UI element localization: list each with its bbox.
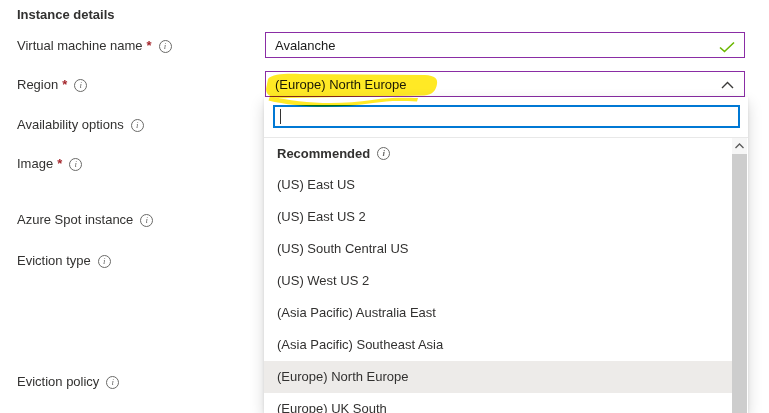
checkmark-icon <box>719 41 735 53</box>
info-icon[interactable]: i <box>131 119 144 132</box>
section-title: Instance details <box>17 7 115 22</box>
scrollbar-thumb[interactable] <box>732 154 747 413</box>
chevron-up-icon <box>721 81 734 89</box>
scrollbar[interactable] <box>732 138 747 413</box>
label-text: Availability options <box>17 117 124 133</box>
field-label-image: Image * i <box>17 156 82 172</box>
region-option-east-us[interactable]: (US) East US <box>264 169 733 201</box>
field-label-eviction-type: Eviction type i <box>17 253 111 269</box>
scroll-up-arrow-icon[interactable] <box>732 138 747 153</box>
info-icon[interactable]: i <box>69 158 82 171</box>
label-text: Region <box>17 77 58 93</box>
region-option-southeast-asia[interactable]: (Asia Pacific) Southeast Asia <box>264 329 733 361</box>
region-option-east-us-2[interactable]: (US) East US 2 <box>264 201 733 233</box>
region-search-input[interactable] <box>275 107 738 126</box>
required-marker: * <box>57 156 62 172</box>
text-caret <box>280 109 281 124</box>
field-label-azure-spot-instance: Azure Spot instance i <box>17 212 153 228</box>
region-option-west-us-2[interactable]: (US) West US 2 <box>264 265 733 297</box>
region-selected-value: (Europe) North Europe <box>275 77 407 92</box>
info-icon[interactable]: i <box>159 40 172 53</box>
required-marker: * <box>62 77 67 93</box>
region-option-south-central-us[interactable]: (US) South Central US <box>264 233 733 265</box>
label-text: Eviction policy <box>17 374 99 390</box>
region-search-field[interactable] <box>273 105 740 128</box>
info-icon[interactable]: i <box>140 214 153 227</box>
field-label-vm-name: Virtual machine name * i <box>17 38 172 54</box>
vm-name-input[interactable]: Avalanche <box>265 32 745 58</box>
field-label-eviction-policy: Eviction policy i <box>17 374 119 390</box>
required-marker: * <box>147 38 152 54</box>
vm-name-value: Avalanche <box>275 38 335 53</box>
region-option-australia-east[interactable]: (Asia Pacific) Australia East <box>264 297 733 329</box>
field-label-availability-options: Availability options i <box>17 117 144 133</box>
label-text: Image <box>17 156 53 172</box>
region-dropdown-panel: Recommended i (US) East US (US) East US … <box>264 97 748 413</box>
group-header-recommended: Recommended i <box>264 137 733 169</box>
label-text: Eviction type <box>17 253 91 269</box>
region-option-north-europe[interactable]: (Europe) North Europe <box>264 361 733 393</box>
region-option-uk-south[interactable]: (Europe) UK South <box>264 393 733 413</box>
region-dropdown[interactable]: (Europe) North Europe <box>265 71 745 97</box>
field-label-region: Region * i <box>17 77 87 93</box>
info-icon[interactable]: i <box>74 79 87 92</box>
info-icon[interactable]: i <box>106 376 119 389</box>
label-text: Virtual machine name <box>17 38 143 54</box>
label-text: Azure Spot instance <box>17 212 133 228</box>
info-icon[interactable]: i <box>377 147 390 160</box>
info-icon[interactable]: i <box>98 255 111 268</box>
group-header-label: Recommended <box>277 146 370 161</box>
